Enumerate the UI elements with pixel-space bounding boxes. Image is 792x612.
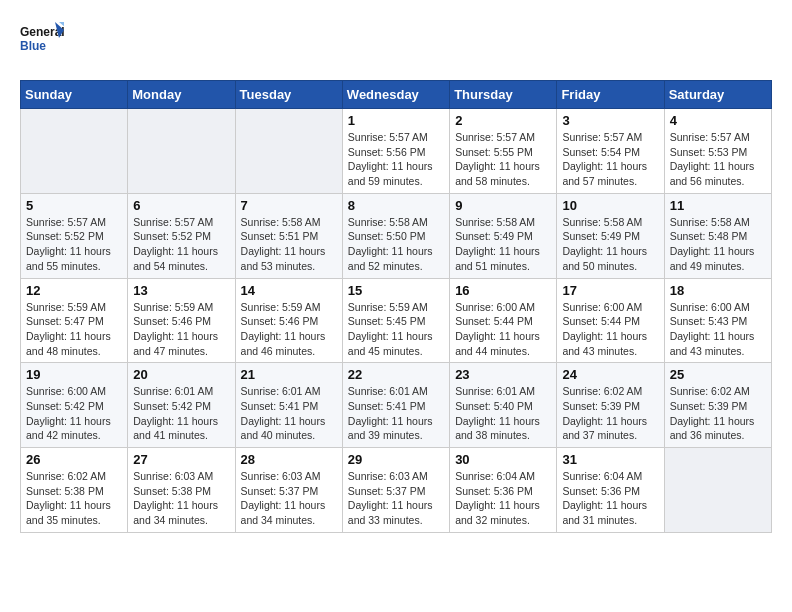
day-number: 23 xyxy=(455,367,551,382)
day-cell: 2Sunrise: 5:57 AM Sunset: 5:55 PM Daylig… xyxy=(450,109,557,194)
day-info: Sunrise: 5:57 AM Sunset: 5:53 PM Dayligh… xyxy=(670,130,766,189)
day-number: 21 xyxy=(241,367,337,382)
week-row-1: 1Sunrise: 5:57 AM Sunset: 5:56 PM Daylig… xyxy=(21,109,772,194)
day-cell: 10Sunrise: 5:58 AM Sunset: 5:49 PM Dayli… xyxy=(557,193,664,278)
day-header-wednesday: Wednesday xyxy=(342,81,449,109)
day-cell xyxy=(235,109,342,194)
day-info: Sunrise: 5:58 AM Sunset: 5:49 PM Dayligh… xyxy=(562,215,658,274)
day-info: Sunrise: 5:57 AM Sunset: 5:52 PM Dayligh… xyxy=(26,215,122,274)
day-number: 18 xyxy=(670,283,766,298)
day-cell: 30Sunrise: 6:04 AM Sunset: 5:36 PM Dayli… xyxy=(450,448,557,533)
day-cell: 28Sunrise: 6:03 AM Sunset: 5:37 PM Dayli… xyxy=(235,448,342,533)
day-cell: 8Sunrise: 5:58 AM Sunset: 5:50 PM Daylig… xyxy=(342,193,449,278)
day-info: Sunrise: 5:58 AM Sunset: 5:51 PM Dayligh… xyxy=(241,215,337,274)
day-cell: 18Sunrise: 6:00 AM Sunset: 5:43 PM Dayli… xyxy=(664,278,771,363)
day-number: 12 xyxy=(26,283,122,298)
day-cell: 25Sunrise: 6:02 AM Sunset: 5:39 PM Dayli… xyxy=(664,363,771,448)
day-number: 24 xyxy=(562,367,658,382)
day-number: 2 xyxy=(455,113,551,128)
day-info: Sunrise: 6:02 AM Sunset: 5:38 PM Dayligh… xyxy=(26,469,122,528)
day-cell: 21Sunrise: 6:01 AM Sunset: 5:41 PM Dayli… xyxy=(235,363,342,448)
day-number: 29 xyxy=(348,452,444,467)
day-number: 13 xyxy=(133,283,229,298)
day-cell: 19Sunrise: 6:00 AM Sunset: 5:42 PM Dayli… xyxy=(21,363,128,448)
week-row-4: 19Sunrise: 6:00 AM Sunset: 5:42 PM Dayli… xyxy=(21,363,772,448)
day-number: 26 xyxy=(26,452,122,467)
day-info: Sunrise: 5:58 AM Sunset: 5:49 PM Dayligh… xyxy=(455,215,551,274)
day-info: Sunrise: 6:03 AM Sunset: 5:37 PM Dayligh… xyxy=(241,469,337,528)
day-info: Sunrise: 5:58 AM Sunset: 5:48 PM Dayligh… xyxy=(670,215,766,274)
week-row-2: 5Sunrise: 5:57 AM Sunset: 5:52 PM Daylig… xyxy=(21,193,772,278)
day-header-friday: Friday xyxy=(557,81,664,109)
calendar-table: SundayMondayTuesdayWednesdayThursdayFrid… xyxy=(20,80,772,533)
day-number: 19 xyxy=(26,367,122,382)
day-cell: 12Sunrise: 5:59 AM Sunset: 5:47 PM Dayli… xyxy=(21,278,128,363)
day-number: 11 xyxy=(670,198,766,213)
day-info: Sunrise: 5:59 AM Sunset: 5:47 PM Dayligh… xyxy=(26,300,122,359)
day-number: 17 xyxy=(562,283,658,298)
day-number: 22 xyxy=(348,367,444,382)
week-row-5: 26Sunrise: 6:02 AM Sunset: 5:38 PM Dayli… xyxy=(21,448,772,533)
day-number: 10 xyxy=(562,198,658,213)
day-info: Sunrise: 6:01 AM Sunset: 5:40 PM Dayligh… xyxy=(455,384,551,443)
day-cell xyxy=(21,109,128,194)
header-row: SundayMondayTuesdayWednesdayThursdayFrid… xyxy=(21,81,772,109)
day-info: Sunrise: 6:02 AM Sunset: 5:39 PM Dayligh… xyxy=(670,384,766,443)
day-info: Sunrise: 6:04 AM Sunset: 5:36 PM Dayligh… xyxy=(562,469,658,528)
day-number: 20 xyxy=(133,367,229,382)
day-number: 7 xyxy=(241,198,337,213)
day-cell: 14Sunrise: 5:59 AM Sunset: 5:46 PM Dayli… xyxy=(235,278,342,363)
day-number: 8 xyxy=(348,198,444,213)
day-cell: 4Sunrise: 5:57 AM Sunset: 5:53 PM Daylig… xyxy=(664,109,771,194)
day-cell: 17Sunrise: 6:00 AM Sunset: 5:44 PM Dayli… xyxy=(557,278,664,363)
day-info: Sunrise: 6:01 AM Sunset: 5:41 PM Dayligh… xyxy=(348,384,444,443)
day-number: 5 xyxy=(26,198,122,213)
day-number: 25 xyxy=(670,367,766,382)
day-info: Sunrise: 6:02 AM Sunset: 5:39 PM Dayligh… xyxy=(562,384,658,443)
day-info: Sunrise: 5:59 AM Sunset: 5:46 PM Dayligh… xyxy=(133,300,229,359)
day-header-tuesday: Tuesday xyxy=(235,81,342,109)
day-cell: 23Sunrise: 6:01 AM Sunset: 5:40 PM Dayli… xyxy=(450,363,557,448)
day-header-sunday: Sunday xyxy=(21,81,128,109)
day-number: 27 xyxy=(133,452,229,467)
day-cell: 5Sunrise: 5:57 AM Sunset: 5:52 PM Daylig… xyxy=(21,193,128,278)
day-cell: 13Sunrise: 5:59 AM Sunset: 5:46 PM Dayli… xyxy=(128,278,235,363)
week-row-3: 12Sunrise: 5:59 AM Sunset: 5:47 PM Dayli… xyxy=(21,278,772,363)
day-cell xyxy=(128,109,235,194)
day-info: Sunrise: 6:00 AM Sunset: 5:42 PM Dayligh… xyxy=(26,384,122,443)
day-header-monday: Monday xyxy=(128,81,235,109)
day-info: Sunrise: 6:01 AM Sunset: 5:42 PM Dayligh… xyxy=(133,384,229,443)
day-cell: 31Sunrise: 6:04 AM Sunset: 5:36 PM Dayli… xyxy=(557,448,664,533)
day-cell: 29Sunrise: 6:03 AM Sunset: 5:37 PM Dayli… xyxy=(342,448,449,533)
day-number: 15 xyxy=(348,283,444,298)
day-header-thursday: Thursday xyxy=(450,81,557,109)
svg-text:Blue: Blue xyxy=(20,39,46,53)
day-cell: 11Sunrise: 5:58 AM Sunset: 5:48 PM Dayli… xyxy=(664,193,771,278)
logo-svg: General Blue xyxy=(20,20,64,64)
day-info: Sunrise: 5:59 AM Sunset: 5:46 PM Dayligh… xyxy=(241,300,337,359)
day-number: 14 xyxy=(241,283,337,298)
logo: General Blue xyxy=(20,20,64,64)
day-cell: 27Sunrise: 6:03 AM Sunset: 5:38 PM Dayli… xyxy=(128,448,235,533)
day-number: 30 xyxy=(455,452,551,467)
day-number: 28 xyxy=(241,452,337,467)
day-info: Sunrise: 6:00 AM Sunset: 5:44 PM Dayligh… xyxy=(455,300,551,359)
day-info: Sunrise: 5:57 AM Sunset: 5:55 PM Dayligh… xyxy=(455,130,551,189)
day-cell: 24Sunrise: 6:02 AM Sunset: 5:39 PM Dayli… xyxy=(557,363,664,448)
day-number: 9 xyxy=(455,198,551,213)
day-cell: 9Sunrise: 5:58 AM Sunset: 5:49 PM Daylig… xyxy=(450,193,557,278)
day-info: Sunrise: 6:03 AM Sunset: 5:37 PM Dayligh… xyxy=(348,469,444,528)
day-cell: 26Sunrise: 6:02 AM Sunset: 5:38 PM Dayli… xyxy=(21,448,128,533)
day-number: 1 xyxy=(348,113,444,128)
page-header: General Blue xyxy=(20,20,772,64)
day-cell: 1Sunrise: 5:57 AM Sunset: 5:56 PM Daylig… xyxy=(342,109,449,194)
day-info: Sunrise: 6:00 AM Sunset: 5:43 PM Dayligh… xyxy=(670,300,766,359)
day-info: Sunrise: 5:57 AM Sunset: 5:54 PM Dayligh… xyxy=(562,130,658,189)
day-cell xyxy=(664,448,771,533)
day-info: Sunrise: 5:59 AM Sunset: 5:45 PM Dayligh… xyxy=(348,300,444,359)
day-info: Sunrise: 6:01 AM Sunset: 5:41 PM Dayligh… xyxy=(241,384,337,443)
day-info: Sunrise: 6:03 AM Sunset: 5:38 PM Dayligh… xyxy=(133,469,229,528)
day-header-saturday: Saturday xyxy=(664,81,771,109)
day-info: Sunrise: 6:00 AM Sunset: 5:44 PM Dayligh… xyxy=(562,300,658,359)
day-number: 16 xyxy=(455,283,551,298)
